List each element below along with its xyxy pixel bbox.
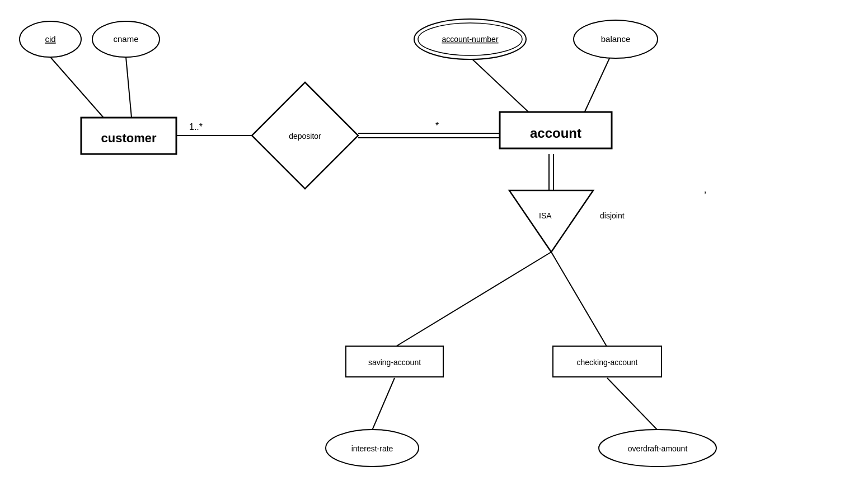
customer-entity-label: customer (101, 131, 156, 145)
interest-rate-attribute-label: interest-rate (351, 444, 393, 453)
svg-line-3 (582, 57, 610, 118)
svg-line-14 (607, 378, 658, 430)
svg-line-0 (50, 57, 104, 118)
disjoint-label: disjoint (600, 211, 625, 220)
cardinality-1-star: 1..* (189, 122, 203, 132)
er-diagram: 1..* * depositor ISA disjoint customer a… (0, 0, 868, 499)
decorative-dot: ’ (704, 190, 706, 201)
checking-account-entity-label: checking-account (577, 358, 638, 367)
cid-attribute-label: cid (45, 34, 55, 44)
isa-label: ISA (539, 211, 552, 220)
balance-attribute-label: balance (601, 34, 631, 44)
svg-line-11 (395, 252, 551, 347)
svg-line-2 (470, 57, 534, 118)
svg-line-1 (126, 57, 132, 118)
svg-line-12 (551, 252, 607, 347)
overdraft-amount-attribute-label: overdraft-amount (628, 444, 688, 453)
depositor-label: depositor (289, 132, 321, 141)
account-entity-label: account (530, 125, 581, 141)
saving-account-entity-label: saving-account (368, 358, 421, 367)
account-number-attribute-label: account-number (442, 35, 499, 44)
svg-line-13 (372, 378, 395, 430)
svg-marker-10 (509, 190, 593, 252)
cname-attribute-label: cname (113, 34, 138, 44)
cardinality-star: * (435, 121, 439, 130)
